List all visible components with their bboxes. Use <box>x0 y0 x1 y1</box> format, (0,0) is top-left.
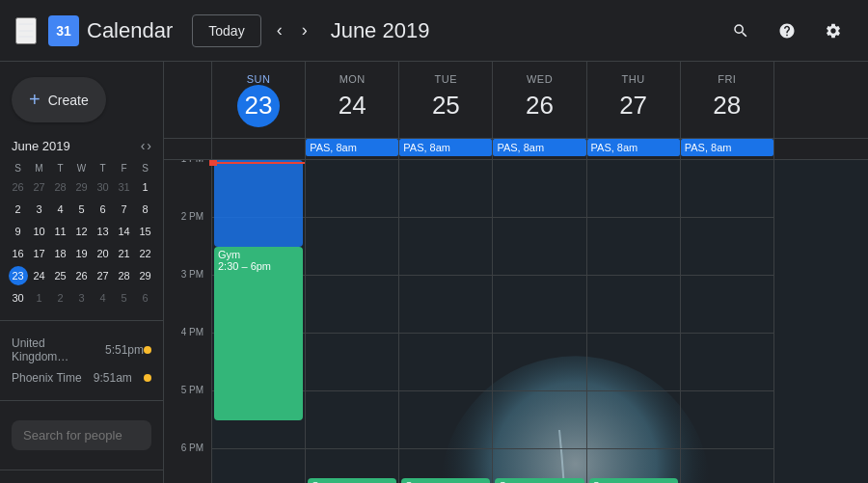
all-day-row: PAS, 8am PAS, 8am PAS, 8am PAS, 8am PAS,… <box>164 139 868 160</box>
mini-cal-cell[interactable]: 29 <box>136 266 155 285</box>
day-name-thu: THU <box>622 73 645 85</box>
mini-cal-cell[interactable]: 26 <box>9 177 28 197</box>
event-wed-supper[interactable]: Supper 6:30 – 7:30pm <box>495 478 583 483</box>
event-sun-blue[interactable] <box>214 160 303 247</box>
mini-cal-cell[interactable]: 1 <box>136 177 155 197</box>
mini-cal-cell[interactable]: 7 <box>115 200 134 219</box>
event-tue-supper[interactable]: Supper 6:30 – 7:30pm <box>401 478 490 483</box>
all-day-cell-fri[interactable]: PAS, 8am <box>681 139 774 159</box>
mini-cal-cell[interactable]: 25 <box>51 266 70 285</box>
mini-cal-cell[interactable]: 3 <box>72 288 92 308</box>
search-people-input[interactable] <box>12 420 151 450</box>
day-num-sun: 23 <box>237 85 280 127</box>
all-day-cell-thu[interactable]: PAS, 8am <box>587 139 681 159</box>
all-day-cell-sun[interactable] <box>212 139 306 159</box>
hour-line <box>493 276 585 334</box>
cal-scroll[interactable]: 1 PM 2 PM 3 PM 4 PM 5 PM 6 PM 7 PM 8 PM … <box>164 160 868 483</box>
mini-cal-prev[interactable]: ‹ <box>141 138 146 153</box>
all-day-event-tue[interactable]: PAS, 8am <box>399 139 492 156</box>
time-grid: 1 PM 2 PM 3 PM 4 PM 5 PM 6 PM 7 PM 8 PM … <box>164 160 868 483</box>
mini-cal-cell[interactable]: 3 <box>30 200 49 219</box>
day-col-thu[interactable]: Supper 6:30 – 7:30pm <box>587 160 681 483</box>
day-col-tue[interactable]: Supper 6:30 – 7:30pm <box>399 160 493 483</box>
create-button[interactable]: + Create <box>12 77 106 122</box>
all-day-cell-wed[interactable]: PAS, 8am <box>493 139 586 159</box>
all-day-event-fri[interactable]: PAS, 8am <box>681 139 773 156</box>
mini-cal-cell[interactable]: 21 <box>115 244 134 263</box>
hour-line <box>306 391 398 449</box>
settings-button[interactable] <box>814 12 853 50</box>
mini-cal-cell[interactable]: 6 <box>94 200 113 219</box>
day-col-wed[interactable]: Supper 6:30 – 7:30pm Lifewire 9 8pm – 12… <box>493 160 586 483</box>
day-header-tue[interactable]: TUE 25 <box>399 62 493 138</box>
day-header-thu[interactable]: THU 27 <box>587 62 681 138</box>
search-button[interactable] <box>721 12 760 50</box>
day-col-fri[interactable] <box>681 160 774 483</box>
day-header-fri[interactable]: FRI 28 <box>681 62 774 138</box>
all-day-cell-tue[interactable]: PAS, 8am <box>399 139 493 159</box>
day-header-wed[interactable]: WED 26 <box>493 62 586 138</box>
mini-cal-cell[interactable]: 28 <box>51 177 70 197</box>
mini-cal-cell[interactable]: 16 <box>9 244 28 263</box>
today-button[interactable]: Today <box>192 14 260 47</box>
mini-cal-cell[interactable]: 4 <box>51 200 70 219</box>
event-mon-supper[interactable]: Supper 6:30 – 7:30pm <box>308 478 396 483</box>
mini-cal-cell[interactable]: 2 <box>51 288 70 308</box>
mini-cal-cell[interactable]: 30 <box>9 288 28 308</box>
mini-cal-cell[interactable]: 30 <box>94 177 113 197</box>
hour-line <box>399 160 492 218</box>
mini-cal-cell[interactable]: 10 <box>30 222 49 241</box>
day-header-mon[interactable]: MON 24 <box>306 62 399 138</box>
mini-cal-cell[interactable]: 2 <box>9 200 28 219</box>
mini-cal-cell[interactable]: 9 <box>9 222 28 241</box>
prev-arrow[interactable]: ‹ <box>269 16 290 44</box>
sidebar: + Create June 2019 ‹ › S M T W T F S 26 <box>0 62 164 483</box>
all-day-event-thu[interactable]: PAS, 8am <box>587 139 680 156</box>
mini-cal-cell[interactable]: 11 <box>51 222 70 241</box>
day-name-wed: WED <box>527 73 553 85</box>
mini-cal-header: June 2019 ‹ › <box>8 138 155 153</box>
mini-cal-today[interactable]: 23 <box>9 266 28 285</box>
day-name-mon: MON <box>339 73 366 85</box>
app-title: Calendar <box>87 18 173 43</box>
hour-line <box>493 334 585 391</box>
help-button[interactable] <box>768 12 806 50</box>
mini-cal-cell[interactable]: 20 <box>94 244 113 263</box>
all-day-event-mon[interactable]: PAS, 8am <box>306 139 398 156</box>
mini-cal-cell[interactable]: 31 <box>115 177 134 197</box>
mini-cal-cell[interactable]: 15 <box>136 222 155 241</box>
mini-cal-next[interactable]: › <box>147 138 151 153</box>
mini-cal-cell[interactable]: 29 <box>72 177 92 197</box>
mini-cal-cell[interactable]: 6 <box>136 288 155 308</box>
timezone-dot2 <box>144 374 151 382</box>
next-arrow[interactable]: › <box>294 16 315 44</box>
event-sun-gym[interactable]: Gym 2:30 – 6pm <box>214 247 303 420</box>
mini-cal-cell[interactable]: 28 <box>115 266 134 285</box>
mini-cal-cell[interactable]: 19 <box>72 244 92 263</box>
mini-cal-cell[interactable]: 18 <box>51 244 70 263</box>
mini-cal-cell[interactable]: 22 <box>136 244 155 263</box>
hour-line <box>587 218 680 276</box>
mini-cal-cell[interactable]: 5 <box>115 288 134 308</box>
event-thu-supper[interactable]: Supper 6:30 – 7:30pm <box>589 478 678 483</box>
mini-cal-cell[interactable]: 27 <box>94 266 113 285</box>
hour-line <box>681 160 773 218</box>
mini-cal-cell[interactable]: 4 <box>94 288 113 308</box>
all-day-event-wed[interactable]: PAS, 8am <box>493 139 585 156</box>
mini-cal-cell[interactable]: 12 <box>72 222 92 241</box>
day-header-w: W <box>71 161 92 175</box>
mini-cal-cell[interactable]: 1 <box>30 288 49 308</box>
day-header-sun[interactable]: SUN 23 <box>212 62 306 138</box>
day-col-sun[interactable]: Gym 2:30 – 6pm <box>212 160 306 483</box>
mini-cal-cell[interactable]: 8 <box>136 200 155 219</box>
mini-cal-cell[interactable]: 13 <box>94 222 113 241</box>
day-col-mon[interactable]: Supper 6:30 – 7:30pm Lifewire 8 8 – 11:4… <box>306 160 399 483</box>
mini-cal-cell[interactable]: 17 <box>30 244 49 263</box>
mini-cal-cell[interactable]: 14 <box>115 222 134 241</box>
menu-icon[interactable]: ☰ <box>15 17 37 44</box>
all-day-cell-mon[interactable]: PAS, 8am <box>306 139 399 159</box>
mini-cal-cell[interactable]: 5 <box>72 200 92 219</box>
mini-cal-cell[interactable]: 26 <box>72 266 92 285</box>
mini-cal-cell[interactable]: 27 <box>30 177 49 197</box>
mini-cal-cell[interactable]: 24 <box>30 266 49 285</box>
